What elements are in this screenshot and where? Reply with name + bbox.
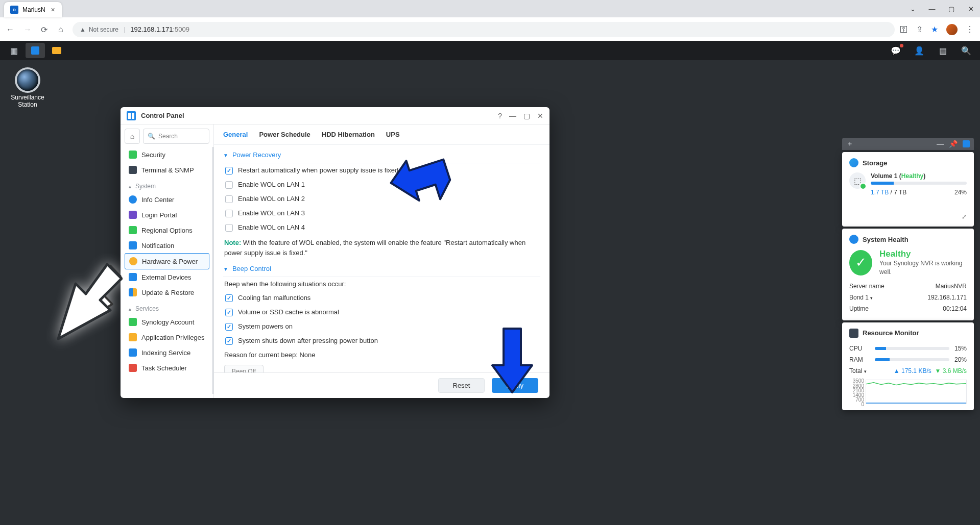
window-maximize-icon[interactable]: ▢ xyxy=(523,112,530,120)
chrome-close-icon[interactable]: ✕ xyxy=(966,5,976,13)
sidebar-label: Application Privileges xyxy=(141,334,205,341)
sidebar-item-synology-account[interactable]: Synology Account xyxy=(125,314,209,330)
nav-reload-icon[interactable]: ⟳ xyxy=(41,25,50,34)
checkbox-label: Enable WOL on LAN 4 xyxy=(238,223,305,231)
net-up: ▲ 175.1 KB/s xyxy=(894,367,931,374)
reset-button[interactable]: Reset xyxy=(438,378,485,393)
sidebar-category-system[interactable]: System xyxy=(125,178,209,192)
widgets-minimize-icon[interactable]: — xyxy=(937,140,944,148)
sidebar-item-hardware-power[interactable]: Hardware & Power xyxy=(125,253,209,269)
widget-resource-monitor: Resource Monitor CPU15% RAM20% Total ▾▲ … xyxy=(842,322,974,410)
main-menu-button[interactable]: ▦ xyxy=(4,43,23,58)
svg-marker-1 xyxy=(58,264,122,339)
sidebar-item-info-center[interactable]: Info Center xyxy=(125,192,209,207)
checkbox-label: System powers on xyxy=(238,322,293,330)
sidebar-item-security[interactable]: Security xyxy=(125,147,209,162)
widget-expand-icon[interactable]: ⤢ xyxy=(962,213,967,220)
checkbox-wol-lan1[interactable]: Enable WOL on LAN 1 xyxy=(223,178,540,192)
info-icon xyxy=(129,195,137,204)
ram-bar xyxy=(875,358,949,361)
cpu-value: 15% xyxy=(954,345,967,352)
url-bar[interactable]: ▲Not secure | 192.168.1.171:5009 xyxy=(73,22,895,37)
ram-label: RAM xyxy=(849,356,870,363)
sidebar-item-regional[interactable]: Regional Options xyxy=(125,222,209,238)
widgets-titlebar[interactable]: ＋ — 📌 xyxy=(842,138,974,150)
chevron-down-icon[interactable]: ▾ xyxy=(864,369,867,374)
checkbox-wol-lan2[interactable]: Enable WOL on LAN 2 xyxy=(223,192,540,206)
current-beep-reason: Reason for current beep: None xyxy=(223,348,540,362)
shortcut-label: Surveillance Station xyxy=(7,94,48,108)
portal-icon xyxy=(129,211,137,219)
tab-ups[interactable]: UPS xyxy=(386,130,400,139)
tab-close-icon[interactable]: × xyxy=(50,6,57,13)
window-minimize-icon[interactable]: — xyxy=(509,112,516,120)
checkbox-fan-malfunction[interactable]: ✓Cooling fan malfunctions xyxy=(223,291,540,305)
nav-home-icon[interactable]: ⌂ xyxy=(58,25,67,34)
network-sparkline: 3500 2800 2100 1400 700 0 xyxy=(866,380,967,404)
beep-when-text: Beep when the following situations occur… xyxy=(223,277,540,291)
beep-off-button[interactable]: Beep Off xyxy=(224,365,264,372)
bond-ip: 192.168.1.171 xyxy=(927,294,967,301)
chrome-chevron-down-icon[interactable]: ⌄ xyxy=(907,5,918,13)
sidebar-label: Info Center xyxy=(141,196,174,204)
checkbox-restart-auto[interactable]: ✓Restart automatically when power supply… xyxy=(223,163,540,178)
sidebar-item-update-restore[interactable]: Update & Restore xyxy=(125,285,209,300)
sidebar-item-notification[interactable]: Notification xyxy=(125,238,209,253)
checkbox-volume-abnormal[interactable]: ✓Volume or SSD cache is abnormal xyxy=(223,305,540,319)
key-icon[interactable]: ⚿ xyxy=(900,25,908,34)
checkbox-system-power-on[interactable]: ✓System powers on xyxy=(223,319,540,334)
profile-avatar[interactable] xyxy=(946,24,958,35)
chrome-maximize-icon[interactable]: ▢ xyxy=(946,5,957,13)
widgets-pin-icon[interactable]: 📌 xyxy=(949,140,958,148)
browser-chrome: D MariusN × ⌄ — ▢ ✕ ← → ⟳ ⌂ ▲Not secure … xyxy=(0,0,980,41)
sidebar-item-task-scheduler[interactable]: Task Scheduler xyxy=(125,360,209,376)
sidebar-home-button[interactable]: ⌂ xyxy=(125,129,140,144)
search-taskbar-icon[interactable]: 🔍 xyxy=(957,43,976,58)
chrome-minimize-icon[interactable]: — xyxy=(927,5,937,13)
tab-general[interactable]: General xyxy=(223,130,248,139)
sidebar-label: External Devices xyxy=(141,273,192,281)
checkbox-wol-lan3[interactable]: Enable WOL on LAN 3 xyxy=(223,206,540,220)
control-panel-taskbar-button[interactable] xyxy=(26,43,45,58)
sidebar-search-input[interactable]: 🔍 Search xyxy=(143,129,209,144)
widgets-add-icon[interactable]: ＋ xyxy=(846,139,853,148)
net-total-label[interactable]: Total xyxy=(849,367,864,374)
kebab-menu-icon[interactable]: ⋮ xyxy=(966,24,974,34)
window-close-icon[interactable]: ✕ xyxy=(537,112,543,120)
share-icon[interactable]: ⇪ xyxy=(916,24,923,34)
sidebar-item-external-devices[interactable]: External Devices xyxy=(125,269,209,285)
surveillance-station-shortcut[interactable]: Surveillance Station xyxy=(7,69,48,108)
user-account-icon[interactable]: 👤 xyxy=(910,43,929,58)
widget-system-health: System Health ✓ Healthy Your Synology NV… xyxy=(842,229,974,320)
checkbox-wol-lan4[interactable]: Enable WOL on LAN 4 xyxy=(223,220,540,235)
window-titlebar[interactable]: Control Panel ? — ▢ ✕ xyxy=(121,107,549,124)
section-beep-control[interactable]: Beep Control xyxy=(223,261,540,277)
tab-title: MariusN xyxy=(22,6,45,13)
file-station-taskbar-button[interactable] xyxy=(47,43,66,58)
browser-tab[interactable]: D MariusN × xyxy=(4,2,62,17)
sidebar-item-login-portal[interactable]: Login Portal xyxy=(125,207,209,222)
apply-button[interactable]: Apply xyxy=(492,378,538,393)
bookmark-star-icon[interactable]: ★ xyxy=(931,24,938,34)
control-panel-window: Control Panel ? — ▢ ✕ ⌂ 🔍 Search Securit… xyxy=(121,107,549,398)
server-name-label: Server name xyxy=(849,283,885,290)
window-help-icon[interactable]: ? xyxy=(498,112,502,120)
tab-hdd-hibernation[interactable]: HDD Hibernation xyxy=(322,130,375,139)
widgets-menu-icon[interactable] xyxy=(963,140,970,147)
uptime-value: 00:12:04 xyxy=(943,305,967,312)
checkbox-label: Enable WOL on LAN 2 xyxy=(238,195,305,203)
sidebar-item-app-privileges[interactable]: Application Privileges xyxy=(125,330,209,345)
info-icon xyxy=(849,235,858,244)
storage-pct: 24% xyxy=(954,189,967,196)
bond-label[interactable]: Bond 1 xyxy=(849,294,870,301)
sidebar-item-indexing[interactable]: Indexing Service xyxy=(125,345,209,360)
section-power-recovery[interactable]: Power Recovery xyxy=(223,147,540,163)
chat-notification-icon[interactable]: 💬 xyxy=(886,43,905,58)
nav-back-icon[interactable]: ← xyxy=(6,25,15,34)
widgets-toggle-icon[interactable]: ▤ xyxy=(933,43,952,58)
sidebar-item-terminal[interactable]: Terminal & SNMP xyxy=(125,162,209,178)
checkbox-system-shutdown[interactable]: ✓System shuts down after pressing power … xyxy=(223,334,540,348)
sidebar-category-services[interactable]: Services xyxy=(125,300,209,314)
chevron-down-icon[interactable]: ▾ xyxy=(870,295,873,301)
tab-power-schedule[interactable]: Power Schedule xyxy=(259,130,310,139)
